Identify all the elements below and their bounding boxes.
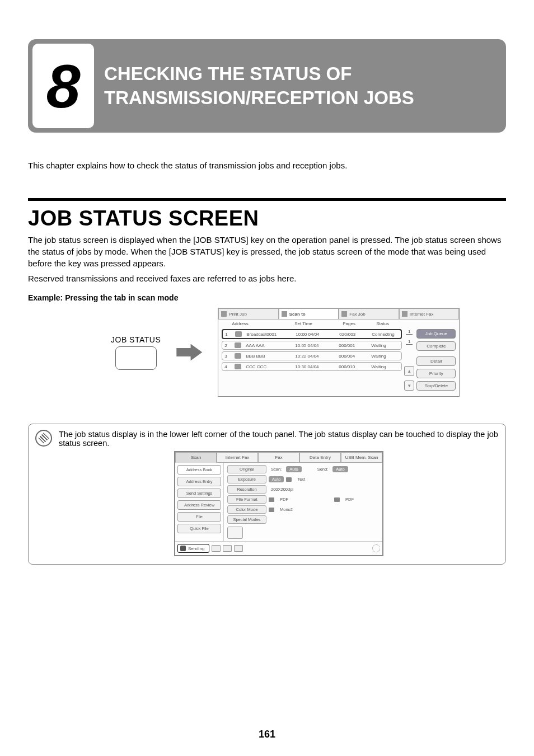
job-time: 10:00 04/04	[296, 332, 335, 337]
intro-text: This chapter explains how to check the s…	[28, 161, 506, 170]
tab-internet-fax[interactable]: Internet Fax	[399, 308, 460, 319]
section-heading: JOB STATUS SCREEN	[28, 206, 506, 231]
tab-label: Fax Job	[349, 312, 365, 317]
complete-button[interactable]: Complete	[416, 341, 456, 351]
address-book-button[interactable]: Address Book	[177, 465, 221, 475]
pdf-icon	[334, 497, 340, 502]
tab-fax[interactable]: Fax	[258, 452, 299, 463]
file-format-1: PDF	[278, 496, 291, 503]
preview-button[interactable]	[227, 527, 243, 539]
exposure-button[interactable]: Exposure	[227, 475, 266, 483]
paragraph-1: The job status screen is displayed when …	[28, 234, 506, 269]
tab-label: Scan to	[289, 312, 306, 317]
address-entry-button[interactable]: Address Entry	[177, 477, 221, 486]
job-time: 10:05 04/04	[295, 343, 334, 348]
job-status: Waiting	[371, 354, 399, 359]
job-status-screenshot: Print Job Scan to Fax Job Internet Fax A…	[218, 308, 460, 397]
text-icon	[286, 477, 292, 482]
job-header-row: Address Set Time Pages Status	[218, 320, 459, 328]
scan-send-screenshot: Scan Internet Fax Fax Data Entry USB Mem…	[174, 451, 383, 556]
file-format-button[interactable]: File Format	[227, 495, 266, 504]
detail-button[interactable]: Detail	[416, 356, 456, 366]
job-row[interactable]: 1 Broadcast0001 10:00 04/04 020/003 Conn…	[222, 329, 402, 339]
page-count-top: 1	[406, 329, 413, 335]
example-label: Example: Pressing the tab in scan mode	[28, 293, 506, 302]
resolution-value: 200X200dpi	[269, 486, 296, 493]
job-index: 4	[224, 364, 230, 369]
scroll-column: 1 1 ▲ ▼	[404, 329, 414, 391]
tab-fax-job[interactable]: Fax Job	[339, 308, 399, 319]
scan-value: Auto	[286, 466, 301, 472]
job-status-key-label: JOB STATUS	[111, 335, 161, 344]
scanner-icon	[282, 311, 287, 317]
col-hdr-pages: Pages	[343, 321, 365, 326]
priority-button[interactable]: Priority	[416, 369, 456, 378]
job-pages: 000/010	[339, 364, 367, 369]
job-status: Connecting	[372, 332, 399, 337]
job-address: CCC CCC	[246, 364, 291, 369]
tab-internet-fax[interactable]: Internet Fax	[217, 452, 258, 463]
send-status-label: Sending	[188, 546, 204, 551]
fax-icon	[341, 311, 347, 317]
job-address: AAA AAA	[246, 343, 291, 348]
special-modes-button[interactable]: Special Modes	[227, 515, 266, 524]
job-list: 1 Broadcast0001 10:00 04/04 020/003 Conn…	[222, 329, 402, 391]
tab-usb-mem-scan[interactable]: USB Mem. Scan	[341, 452, 382, 463]
tab-scan-to[interactable]: Scan to	[279, 308, 339, 319]
tab-scan[interactable]: Scan	[175, 452, 217, 463]
tab-print-job[interactable]: Print Job	[218, 308, 279, 319]
section-rule	[28, 198, 506, 201]
color-mode-button[interactable]: Color Mode	[227, 505, 266, 514]
broadcast-icon	[235, 331, 242, 337]
address-review-button[interactable]: Address Review	[177, 500, 221, 510]
exposure-extra: Text	[295, 476, 307, 483]
tab-data-entry[interactable]: Data Entry	[299, 452, 341, 463]
file-format-2: PDF	[343, 496, 356, 503]
envelope-icon	[235, 364, 241, 369]
file-button[interactable]: File	[177, 512, 221, 522]
job-pages: 000/004	[339, 354, 367, 359]
job-status-key-block: JOB STATUS	[111, 335, 161, 370]
scroll-down-button[interactable]: ▼	[404, 381, 414, 391]
color-mode-value: Mono2	[278, 506, 295, 513]
tab-label: Print Job	[229, 312, 247, 317]
paragraph-2: Reserved transmissions and received faxe…	[28, 273, 506, 284]
resolution-button[interactable]: Resolution	[227, 485, 266, 494]
quick-file-button[interactable]: Quick File	[177, 524, 221, 533]
pencil-icon	[35, 430, 52, 447]
job-status-display[interactable]: Sending	[177, 544, 209, 553]
right-button-column: Job Queue Complete Detail Priority Stop/…	[416, 329, 456, 391]
send-prefix: Send:	[315, 466, 331, 473]
arrow-right-icon	[176, 344, 202, 361]
job-row[interactable]: 4 CCC CCC 10:30 04/04 000/010 Waiting	[222, 362, 402, 371]
scan-sidebar: Address Book Address Entry Send Settings…	[175, 463, 223, 541]
col-hdr-address: Address	[223, 321, 283, 326]
job-time: 10:30 04/04	[295, 364, 334, 369]
send-settings-button[interactable]: Send Settings	[177, 489, 221, 498]
job-queue-button[interactable]: Job Queue	[416, 329, 456, 339]
send-value: Auto	[332, 466, 348, 472]
job-status-key[interactable]	[115, 346, 157, 370]
job-index: 1	[225, 332, 231, 337]
page-count-bottom: 1	[406, 339, 413, 345]
pdf-icon	[269, 497, 274, 502]
job-address: BBB BBB	[246, 354, 291, 359]
mono-icon	[269, 508, 274, 512]
envelope-icon	[212, 545, 221, 552]
job-tabs: Print Job Scan to Fax Job Internet Fax	[218, 308, 459, 320]
scan-bottom-bar: Sending	[175, 541, 382, 555]
chapter-banner: 8 CHECKING THE STATUS OF TRANSMISSION/RE…	[28, 39, 506, 133]
envelope-icon	[235, 353, 241, 359]
job-row[interactable]: 2 AAA AAA 10:05 04/04 000/001 Waiting	[222, 341, 402, 350]
job-row[interactable]: 3 BBB BBB 10:22 04/04 000/004 Waiting	[222, 351, 402, 360]
brightness-icon[interactable]	[372, 544, 380, 552]
job-status: Waiting	[371, 343, 399, 348]
job-pages: 000/001	[339, 343, 367, 348]
envelope-icon	[223, 545, 232, 552]
envelope-icon	[234, 545, 243, 552]
exposure-value: Auto	[269, 476, 284, 482]
job-status: Waiting	[371, 364, 399, 369]
original-button[interactable]: Original	[227, 465, 266, 473]
stop-delete-button[interactable]: Stop/Delete	[416, 381, 456, 391]
scroll-up-button[interactable]: ▲	[404, 366, 414, 376]
